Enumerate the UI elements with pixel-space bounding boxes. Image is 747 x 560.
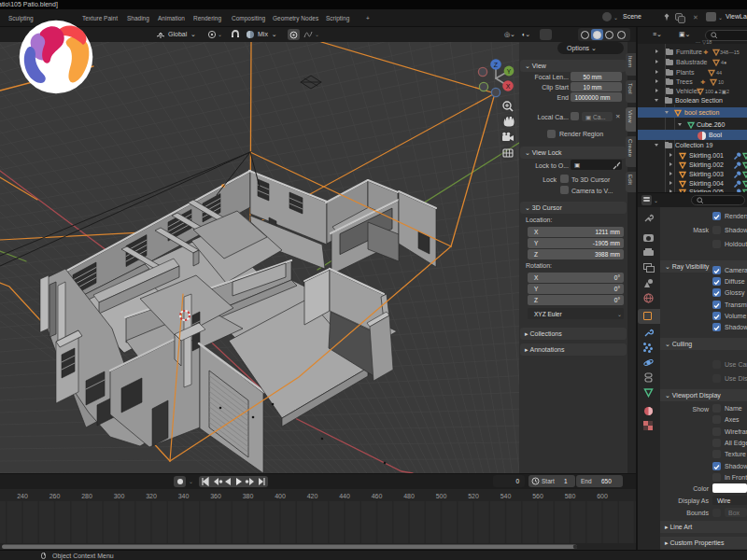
svg-text:300: 300	[114, 493, 125, 499]
svg-text:480: 480	[403, 493, 415, 499]
svg-text:400: 400	[275, 493, 286, 499]
svg-text:520: 520	[468, 493, 479, 499]
svg-text:380: 380	[243, 493, 254, 499]
svg-text:600: 600	[597, 493, 608, 499]
svg-text:360: 360	[210, 493, 221, 499]
svg-text:440: 440	[339, 493, 350, 499]
svg-text:460: 460	[372, 493, 383, 499]
svg-text:580: 580	[565, 493, 576, 499]
svg-text:240: 240	[17, 493, 28, 499]
svg-text:Z: Z	[494, 62, 499, 68]
svg-text:320: 320	[146, 493, 157, 499]
svg-text:500: 500	[436, 493, 447, 499]
svg-text:340: 340	[178, 493, 190, 499]
svg-text:560: 560	[532, 493, 543, 499]
svg-text:420: 420	[307, 493, 318, 499]
svg-text:540: 540	[500, 493, 512, 499]
svg-text:260: 260	[49, 493, 61, 499]
svg-text:280: 280	[81, 493, 92, 499]
